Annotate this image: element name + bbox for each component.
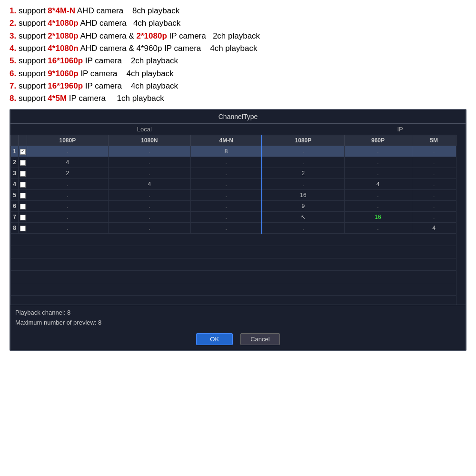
cell: . [27,178,109,189]
row-num: 3 [11,168,19,178]
section-headers: Local IP [11,124,466,135]
cell: . [191,178,262,189]
cell: . [344,189,412,200]
table-row: 6 . . . 9 . . [11,200,466,211]
row-num: 7 [11,211,19,222]
line-num-1: 1. [10,6,16,15]
cell: . [412,157,456,168]
cell: . [27,200,109,211]
cell: . [108,146,190,157]
cell: . [108,168,190,178]
table-row: 7 . . . ↖ 16 . [11,211,466,222]
cell: 16 [344,211,412,222]
cell: 4 [108,178,190,189]
table-container: Local IP 1080P 1080N 4M-N 1080P 960P 5M [10,124,466,305]
table-row: 1 . . 8 . . . [11,146,466,157]
line-num-8: 8. [10,94,16,103]
cell: . [412,211,456,222]
cell: . [344,168,412,178]
row-checkbox[interactable] [20,171,26,177]
line-num-2: 2. [10,19,16,28]
cell: . [191,189,262,200]
cell: . [412,146,456,157]
preview-number-info: Maximum number of preview: 8 [15,318,461,328]
cell: . [262,157,344,168]
cell: . [27,189,109,200]
support-line-7: 7. support 16*1960p IP camera 4ch playba… [10,80,466,92]
cell: . [191,157,262,168]
support-line-3: 3. support 2*1080p AHD camera & 2*1080p … [10,30,466,42]
cell: 8 [191,146,262,157]
cell: 2 [262,168,344,178]
row-checkbox[interactable] [20,226,26,231]
row-num: 4 [11,178,19,189]
cell: . [262,178,344,189]
row-checkbox[interactable] [20,204,26,209]
cell: 4 [412,222,456,233]
col-header-1080p-ip: 1080P [262,135,344,146]
line-num-4: 4. [10,44,16,53]
table-row: 8 . . . . . 4 [11,222,466,233]
dialog-title: ChannelType [10,110,466,124]
row-num: 6 [11,200,19,211]
button-row: OK Cancel [10,329,466,350]
channel-table: Local IP 1080P 1080N 4M-N 1080P 960P 5M [10,124,466,305]
column-headers: 1080P 1080N 4M-N 1080P 960P 5M [11,135,466,146]
table-row: 4 . 4 . . 4 . [11,178,466,189]
row-num: 1 [11,146,19,157]
cell: 4 [344,178,412,189]
cell: . [27,211,109,222]
row-checkbox[interactable] [20,215,26,220]
ok-button[interactable]: OK [196,333,233,345]
cell: . [108,157,190,168]
table-body: 1 . . 8 . . . 2 4 . . . . [11,146,466,305]
line-num-7: 7. [10,81,16,90]
cell: . [108,200,190,211]
cell: . [412,189,456,200]
support-line-6: 6. support 9*1060p IP camera 4ch playbac… [10,68,466,80]
line-num-5: 5. [10,56,16,65]
table-row: 5 . . . 16 . . [11,189,466,200]
ip-header: IP [344,124,456,135]
cell: . [344,146,412,157]
dialog-footer: Playback channel: 8 Maximum number of pr… [10,305,466,330]
cell: 4 [27,157,109,168]
cell: . [191,222,262,233]
table-row-empty [11,246,466,258]
table-row-empty [11,258,466,270]
support-list: 1. support 8*4M-N AHD camera 8ch playbac… [0,0,476,109]
cell: . [191,200,262,211]
line-num-6: 6. [10,69,16,78]
cell: . [344,157,412,168]
cell: . [262,222,344,233]
cell: . [412,178,456,189]
cell: . [191,168,262,178]
table-row-empty [11,283,466,295]
table-row: 3 2 . . 2 . . [11,168,466,178]
cell: . [344,200,412,211]
col-header-1080p-local: 1080P [27,135,109,146]
playback-channel-info: Playback channel: 8 [15,308,461,318]
table-row-empty [11,233,466,246]
row-checkbox[interactable] [20,149,26,155]
row-num: 2 [11,157,19,168]
cancel-button[interactable]: Cancel [240,333,279,345]
row-checkbox[interactable] [20,182,26,188]
cell: 16 [262,189,344,200]
line-num-3: 3. [10,31,16,40]
cell: . [412,200,456,211]
row-checkbox[interactable] [20,193,26,198]
cell: ↖ [262,211,344,222]
cell: 9 [262,200,344,211]
row-checkbox[interactable] [20,160,26,166]
cell: . [108,222,190,233]
cell: 2 [27,168,109,178]
cell: . [108,189,190,200]
support-line-1: 1. support 8*4M-N AHD camera 8ch playbac… [10,5,466,17]
col-header-4mn: 4M-N [191,135,262,146]
table-row: 2 4 . . . . . [11,157,466,168]
cell: . [191,211,262,222]
row-num: 8 [11,222,19,233]
cell: . [262,146,344,157]
cell: . [108,211,190,222]
